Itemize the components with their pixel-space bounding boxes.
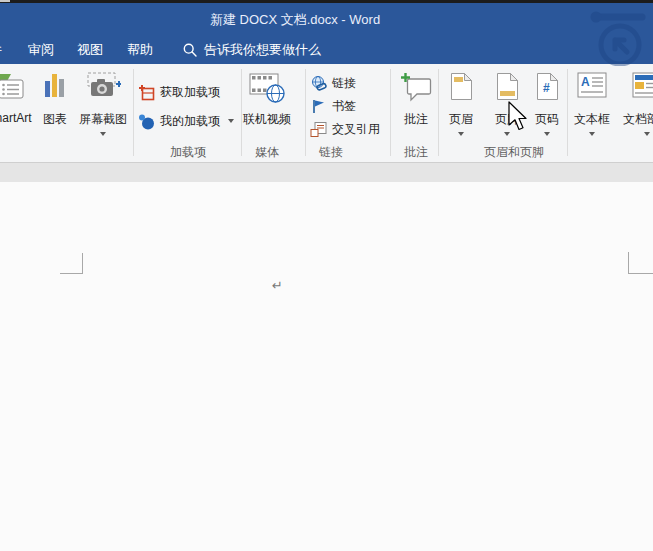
tab-help[interactable]: 帮助 bbox=[127, 36, 153, 64]
chevron-down-icon bbox=[458, 132, 464, 136]
tell-me-search[interactable]: 告诉我你想要做什么 bbox=[183, 36, 321, 64]
title-bar: 新建 DOCX 文档.docx - Word bbox=[0, 3, 653, 36]
tell-me-label: 告诉我你想要做什么 bbox=[204, 41, 321, 59]
store-icon bbox=[138, 84, 155, 101]
chevron-down-icon bbox=[228, 119, 234, 123]
bookmark-label: 书签 bbox=[332, 98, 356, 115]
smartart-icon bbox=[0, 72, 40, 102]
link-label: 链接 bbox=[332, 75, 356, 92]
online-video-icon bbox=[242, 72, 292, 104]
tab-view[interactable]: 视图 bbox=[77, 36, 103, 64]
chart-icon bbox=[38, 72, 72, 100]
online-video-label: 联机视频 bbox=[242, 111, 292, 128]
chart-label: 图表 bbox=[38, 111, 72, 128]
footer-icon bbox=[490, 72, 524, 101]
header-label: 页眉 bbox=[444, 111, 478, 128]
chevron-down-icon bbox=[589, 132, 595, 136]
search-icon bbox=[183, 43, 197, 57]
new-comment-icon bbox=[398, 72, 434, 104]
group-separator bbox=[133, 69, 134, 156]
group-label-addins: 加载项 bbox=[140, 144, 236, 161]
my-addins-label: 我的加载项 bbox=[160, 113, 220, 130]
group-separator bbox=[438, 69, 439, 156]
new-comment-label: 批注 bbox=[398, 111, 434, 128]
smartart-label: SmartArt bbox=[0, 111, 40, 125]
window-title: 新建 DOCX 文档.docx - Word bbox=[160, 3, 430, 36]
chevron-down-icon bbox=[644, 132, 650, 136]
group-separator bbox=[390, 69, 391, 156]
group-separator bbox=[305, 69, 306, 156]
margin-crop-mark-top-left bbox=[60, 253, 83, 274]
chart-button[interactable]: 图表 bbox=[38, 68, 72, 160]
word-window: 新建 DOCX 文档.docx - Word 件 审阅 视图 帮助 告诉我你想要… bbox=[0, 0, 653, 551]
header-icon bbox=[444, 72, 478, 101]
bookmark-icon bbox=[310, 98, 327, 115]
my-addins-button[interactable]: 我的加载项 bbox=[138, 111, 234, 131]
ribbon: SmartArt 图表 屏幕 bbox=[0, 64, 653, 163]
group-label-links: 链接 bbox=[300, 144, 362, 161]
group-label-media: 媒体 bbox=[242, 144, 292, 161]
screenshot-button[interactable]: 屏幕截图 bbox=[74, 68, 132, 160]
quick-parts-button[interactable]: 文档部件 bbox=[618, 68, 653, 160]
tab-mailings-partial[interactable]: 件 bbox=[0, 36, 7, 64]
link-icon bbox=[310, 75, 327, 92]
ribbon-tab-bar: 件 审阅 视图 帮助 告诉我你想要做什么 bbox=[0, 36, 653, 64]
smartart-button[interactable]: SmartArt bbox=[0, 68, 40, 160]
screenshot-icon bbox=[74, 72, 132, 102]
tab-review[interactable]: 审阅 bbox=[28, 36, 54, 64]
cross-reference-icon bbox=[310, 121, 327, 138]
text-box-label: 文本框 bbox=[570, 111, 614, 128]
page-number-icon: # bbox=[530, 72, 564, 101]
bookmark-button[interactable]: 书签 bbox=[310, 96, 356, 116]
get-addins-button[interactable]: 获取加载项 bbox=[138, 82, 220, 102]
cross-reference-label: 交叉引用 bbox=[332, 121, 380, 138]
footer-label: 页脚 bbox=[490, 111, 524, 128]
my-addins-icon bbox=[138, 113, 155, 130]
text-box-button[interactable]: A 文本框 bbox=[570, 68, 614, 160]
quick-parts-label: 文档部件 bbox=[618, 111, 653, 128]
chevron-down-icon bbox=[504, 132, 510, 136]
screenshot-label: 屏幕截图 bbox=[74, 111, 132, 128]
chevron-down-icon bbox=[100, 132, 106, 136]
text-box-icon: A bbox=[570, 72, 614, 98]
background-window-fragment bbox=[0, 0, 10, 2]
cross-reference-button[interactable]: 交叉引用 bbox=[310, 119, 380, 139]
page-number-label: 页码 bbox=[530, 111, 564, 128]
group-separator bbox=[567, 69, 568, 156]
svg-text:A: A bbox=[581, 75, 590, 89]
document-margin-band bbox=[0, 163, 653, 182]
link-button[interactable]: 链接 bbox=[310, 73, 356, 93]
group-label-comments: 批注 bbox=[394, 144, 438, 161]
paragraph-mark: ↵ bbox=[272, 278, 283, 293]
margin-crop-mark-top-right bbox=[628, 252, 653, 274]
quick-parts-icon bbox=[618, 72, 653, 98]
document-page[interactable] bbox=[0, 182, 653, 551]
svg-text:#: # bbox=[543, 81, 550, 95]
get-addins-label: 获取加载项 bbox=[160, 84, 220, 101]
group-label-header-footer: 页眉和页脚 bbox=[444, 144, 584, 161]
chevron-down-icon bbox=[544, 132, 550, 136]
